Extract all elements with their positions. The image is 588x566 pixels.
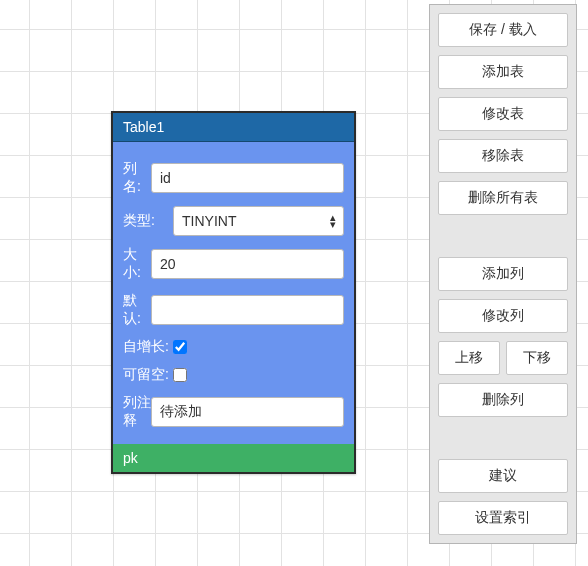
nullable-checkbox[interactable] xyxy=(173,368,187,382)
edit-col-button[interactable]: 修改列 xyxy=(438,299,568,333)
delete-col-button[interactable]: 删除列 xyxy=(438,383,568,417)
delete-all-tables-button[interactable]: 删除所有表 xyxy=(438,181,568,215)
default-label: 默认: xyxy=(123,292,151,328)
type-select[interactable]: TINYINT xyxy=(173,206,344,236)
nullable-label: 可留空: xyxy=(123,366,173,384)
add-table-button[interactable]: 添加表 xyxy=(438,55,568,89)
autoincr-checkbox[interactable] xyxy=(173,340,187,354)
add-col-button[interactable]: 添加列 xyxy=(438,257,568,291)
size-input[interactable] xyxy=(151,249,344,279)
size-label: 大小: xyxy=(123,246,151,282)
table-footer[interactable]: pk xyxy=(113,444,354,472)
col-name-label: 列名: xyxy=(123,160,151,196)
remark-input[interactable] xyxy=(151,397,344,427)
side-panel: 保存 / 载入 添加表 修改表 移除表 删除所有表 添加列 修改列 上移 下移 … xyxy=(429,4,577,544)
move-up-button[interactable]: 上移 xyxy=(438,341,500,375)
edit-table-button[interactable]: 修改表 xyxy=(438,97,568,131)
default-input[interactable] xyxy=(151,295,344,325)
remark-label: 列注释 xyxy=(123,394,151,430)
col-name-input[interactable] xyxy=(151,163,344,193)
save-load-button[interactable]: 保存 / 载入 xyxy=(438,13,568,47)
table-card[interactable]: Table1 列名: 类型: TINYINT ▴▾ 大小: 默认: 自增长: xyxy=(111,111,356,474)
type-label: 类型: xyxy=(123,212,173,230)
column-form: 列名: 类型: TINYINT ▴▾ 大小: 默认: 自增长: 可留空: xyxy=(113,142,354,444)
table-title[interactable]: Table1 xyxy=(113,113,354,142)
suggest-button[interactable]: 建议 xyxy=(438,459,568,493)
move-down-button[interactable]: 下移 xyxy=(506,341,568,375)
remove-table-button[interactable]: 移除表 xyxy=(438,139,568,173)
set-index-button[interactable]: 设置索引 xyxy=(438,501,568,535)
autoincr-label: 自增长: xyxy=(123,338,173,356)
